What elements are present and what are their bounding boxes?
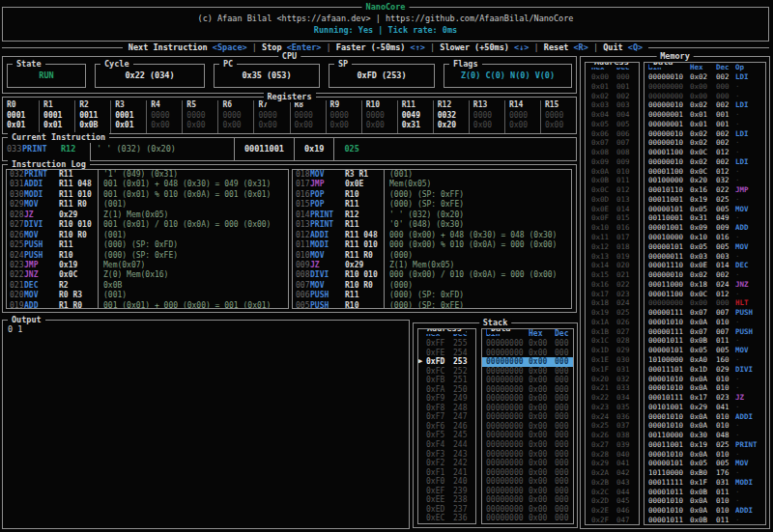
log-opcode: MOV — [310, 281, 345, 291]
stack-data-rows: 000000000x00000000000000x00000000000000x… — [482, 339, 573, 523]
memory-address-dec: 008 — [616, 148, 636, 157]
log-detail: (001) — [98, 291, 288, 300]
menu-item-slower-50ms[interactable]: Slower (+50ms) <↓> — [440, 42, 529, 52]
memory-value-hex: 0x0A — [690, 375, 716, 384]
memory-value-bin: 00010000 — [648, 233, 690, 242]
memory-address-dec: 019 — [616, 252, 636, 262]
memory-address-hex: 0x16 — [591, 280, 616, 290]
menu-item-quit[interactable]: Quit <Q> — [603, 42, 643, 52]
menu-item-faster-50ms[interactable]: Faster (-50ms) <↑> — [336, 42, 425, 52]
memory-value-dec: 010 — [716, 383, 735, 393]
memory-address-row: 0x1D029 — [586, 346, 639, 355]
stack-address-hex: 0xFA — [426, 385, 453, 395]
memory-data-row: 101000000xA0160· — [644, 355, 765, 365]
register-hex-value: 0x01 — [115, 121, 146, 131]
memory-opcode: · — [735, 516, 740, 525]
log-line-number: 012 — [293, 231, 310, 240]
instruction-log-row: 008DIVIR10 010000 (0x00) / 010 (0x0A) = … — [293, 270, 571, 280]
log-detail: (000) (SP: 0xFF) — [384, 190, 571, 200]
menu-separator: | — [321, 42, 335, 52]
stack-address-hex: 0xF2 — [426, 459, 453, 468]
memory-address-row: 0x18024 — [586, 298, 639, 308]
memory-value-dec: 012 — [716, 148, 735, 157]
memory-value-bin: 00011111 — [648, 478, 690, 488]
register-hex-value: 0x01 — [43, 121, 74, 131]
stack-value-dec: 000 — [555, 394, 572, 404]
command-items: Next Instruction <Space> | Stop <Enter> … — [123, 42, 648, 52]
register-r11: R1100490x31 — [397, 100, 433, 133]
stack-value-bin: 00000000 — [486, 422, 529, 432]
menu-item-next-instruction[interactable]: Next Instruction <Space> — [129, 42, 247, 52]
stack-value-hex: 0x00 — [529, 367, 555, 377]
memory-address-row: 0x1F031 — [586, 365, 639, 375]
log-opcode: PRINT — [310, 210, 345, 220]
memory-value-dec: 022 — [716, 185, 735, 195]
register-dec-value: 0000 — [222, 111, 253, 122]
memory-address-row: 0x1A026 — [586, 318, 639, 327]
stack-address-dec: 251 — [453, 376, 474, 385]
menu-item-key: <Space> — [213, 42, 247, 52]
stack-address-dec: 246 — [453, 422, 474, 432]
memory-data-row: 000001010x05005MOV — [644, 205, 765, 214]
divider — [2, 47, 123, 48]
log-opcode: JZ — [24, 210, 59, 220]
stack-data-row: 000000000x00000 — [482, 477, 573, 487]
stack-value-dec: 000 — [555, 376, 572, 385]
log-detail: 000 (0x00) / 010 (0x0A) = 000 (0x00) — [384, 270, 571, 280]
log-line-number: 019 — [7, 301, 24, 309]
memory-data-row: 000000000x00000HLT — [644, 298, 765, 308]
output-text: 0 1 — [3, 321, 409, 338]
stack-address-row: 0xF2242 — [418, 459, 475, 468]
memory-address-hex: 0x0B — [591, 176, 616, 185]
log-detail: '1' (049) (0x31) — [98, 170, 288, 180]
menu-item-reset[interactable]: Reset <R> — [544, 42, 588, 52]
log-detail: (000) (SP: 0xFE) — [384, 301, 571, 309]
memory-address-row: 0x10016 — [586, 223, 639, 233]
memory-value-dec: 010 — [716, 318, 735, 327]
memory-value-bin: 00001010 — [648, 383, 690, 393]
memory-address-row: 0x09009 — [586, 157, 639, 167]
register-r0: R000010x01 — [3, 100, 39, 133]
memory-value-bin: 00001010 — [648, 318, 690, 327]
cpu-sp-label: SP — [334, 59, 352, 70]
log-opcode: JMP — [310, 180, 345, 189]
memory-opcode: · — [735, 488, 740, 497]
menu-separator: | — [588, 42, 603, 52]
memory-opcode: · — [735, 431, 740, 440]
stack-address-row: 0xEF239 — [418, 487, 475, 496]
register-name: R2 — [79, 100, 110, 111]
current-instruction-detail: ' ' (032) (0x20) — [91, 138, 234, 160]
stack-value-bin: 00000000 — [486, 440, 529, 450]
memory-value-bin: 00001010 — [648, 450, 690, 460]
register-dec-value: 0000 — [258, 111, 289, 122]
log-line-number: 027 — [7, 220, 24, 230]
log-opcode: DIVI — [310, 270, 345, 280]
memory-value-bin: 00110000 — [648, 431, 690, 440]
memory-value-bin: 00000001 — [648, 110, 690, 120]
log-args: R11 048 — [59, 180, 98, 189]
log-opcode: MODI — [24, 190, 59, 200]
memory-address-hex: 0x15 — [591, 270, 616, 280]
memory-address-dec: 040 — [616, 450, 636, 460]
register-r14: R1400000x00 — [504, 100, 540, 133]
log-args: R11 — [345, 220, 384, 230]
register-name: R14 — [509, 100, 540, 111]
stack-address-hex: 0xF7 — [426, 412, 453, 422]
stack-address-dec: 253 — [453, 357, 474, 367]
memory-address-row: 0x0A010 — [586, 167, 639, 177]
stack-value-hex: 0x00 — [529, 339, 555, 349]
register-r9: R900000x00 — [326, 100, 361, 133]
instruction-log-row: 026MOVR10 R0(001) — [7, 231, 288, 240]
log-opcode: ADDI — [310, 231, 345, 240]
stack-data-row: 000000000x00000 — [482, 459, 573, 468]
instruction-log-row: 019ADDR1 R0001 (0x01) + 000 (0x00) = 001… — [7, 301, 288, 309]
memory-data-row: 101100000xB0176· — [644, 468, 765, 478]
stack-value-hex: 0x00 — [529, 468, 555, 478]
stack-address-dec: 252 — [453, 367, 474, 377]
memory-data-row: 000010100x0A010· — [644, 496, 765, 506]
instruction-log-row: 017JMP0x0EMem(0x05) — [293, 180, 571, 189]
current-instruction-bin: 00011001 — [235, 138, 294, 160]
memory-value-bin: 10110000 — [648, 468, 690, 478]
stack-address-row: 0xF7247 — [418, 412, 475, 422]
stack-address-dec: 254 — [453, 349, 474, 358]
